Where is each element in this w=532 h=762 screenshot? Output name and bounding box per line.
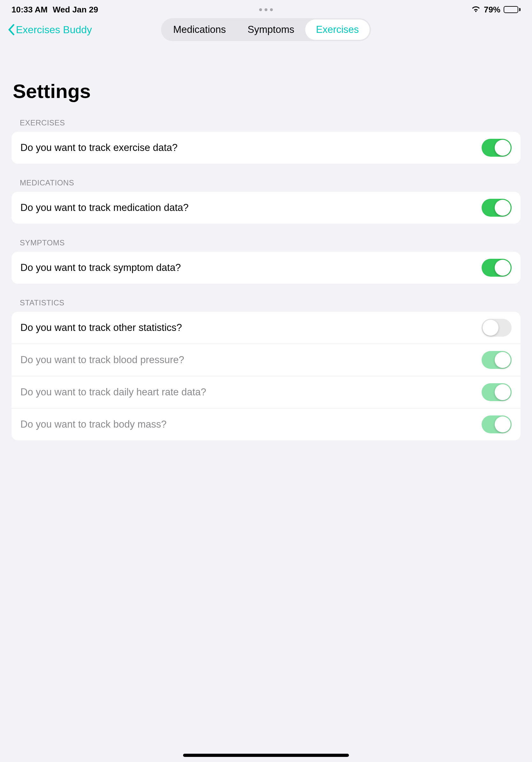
- dot-icon: [270, 8, 273, 11]
- toggle-switch[interactable]: [482, 259, 511, 277]
- settings-section: SYMPTOMSDo you want to track symptom dat…: [0, 238, 532, 284]
- row-label: Do you want to track blood pressure?: [21, 354, 184, 366]
- toggle-knob: [495, 384, 511, 400]
- status-bar: 10:33 AM Wed Jan 29 79%: [0, 0, 532, 16]
- toggle-knob: [483, 320, 499, 336]
- toggle-switch: [482, 351, 511, 369]
- toggle-switch: [482, 416, 511, 433]
- settings-row: Do you want to track symptom data?: [12, 252, 520, 284]
- battery-icon: [503, 6, 520, 13]
- row-label: Do you want to track symptom data?: [21, 262, 181, 273]
- back-button[interactable]: Exercises Buddy: [8, 24, 92, 36]
- settings-section: MEDICATIONSDo you want to track medicati…: [0, 178, 532, 224]
- sections-container: EXERCISESDo you want to track exercise d…: [0, 118, 532, 440]
- row-label: Do you want to track body mass?: [21, 419, 166, 430]
- row-label: Do you want to track exercise data?: [21, 142, 178, 153]
- page-title: Settings: [0, 45, 532, 109]
- settings-section: STATISTICSDo you want to track other sta…: [0, 298, 532, 440]
- toggle-knob: [495, 417, 511, 432]
- settings-row: Do you want to track blood pressure?: [12, 344, 520, 376]
- section-body: Do you want to track other statistics?Do…: [12, 312, 520, 440]
- segment-medications[interactable]: Medications: [162, 20, 237, 40]
- segment-label: Exercises: [316, 24, 359, 36]
- segment-label: Symptoms: [247, 24, 294, 36]
- settings-row: Do you want to track other statistics?: [12, 312, 520, 344]
- section-body: Do you want to track exercise data?: [12, 132, 520, 164]
- settings-row: Do you want to track exercise data?: [12, 132, 520, 164]
- back-label: Exercises Buddy: [16, 24, 92, 36]
- section-header: STATISTICS: [12, 298, 520, 312]
- segment-label: Medications: [173, 24, 226, 36]
- dot-icon: [259, 8, 262, 11]
- settings-row: Do you want to track medication data?: [12, 192, 520, 224]
- toggle-knob: [495, 140, 511, 156]
- multitask-dots[interactable]: [259, 8, 273, 11]
- section-body: Do you want to track medication data?: [12, 192, 520, 224]
- wifi-icon: [471, 5, 481, 15]
- status-date: Wed Jan 29: [53, 5, 98, 15]
- toggle-switch[interactable]: [482, 199, 511, 217]
- status-time: 10:33 AM: [12, 5, 47, 15]
- battery-percent: 79%: [484, 5, 500, 15]
- row-label: Do you want to track medication data?: [21, 202, 188, 213]
- section-header: SYMPTOMS: [12, 238, 520, 252]
- section-header: MEDICATIONS: [12, 178, 520, 192]
- toggle-switch[interactable]: [482, 139, 511, 157]
- chevron-left-icon: [8, 24, 15, 36]
- toggle-knob: [495, 260, 511, 276]
- section-header: EXERCISES: [12, 118, 520, 132]
- settings-row: Do you want to track body mass?: [12, 408, 520, 440]
- dot-icon: [265, 8, 268, 11]
- toggle-switch[interactable]: [482, 319, 511, 337]
- settings-section: EXERCISESDo you want to track exercise d…: [0, 118, 532, 164]
- toggle-knob: [495, 200, 511, 216]
- segment-exercises[interactable]: Exercises: [305, 20, 370, 40]
- segment-symptoms[interactable]: Symptoms: [237, 20, 305, 40]
- home-indicator[interactable]: [183, 754, 349, 757]
- settings-row: Do you want to track daily heart rate da…: [12, 376, 520, 408]
- nav-bar: Exercises Buddy Medications Symptoms Exe…: [0, 16, 532, 45]
- toggle-switch: [482, 383, 511, 401]
- toggle-knob: [495, 352, 511, 368]
- row-label: Do you want to track daily heart rate da…: [21, 386, 206, 398]
- status-right: 79%: [471, 5, 520, 15]
- section-body: Do you want to track symptom data?: [12, 252, 520, 284]
- status-left: 10:33 AM Wed Jan 29: [12, 5, 98, 15]
- segmented-control: Medications Symptoms Exercises: [161, 18, 371, 41]
- row-label: Do you want to track other statistics?: [21, 322, 182, 334]
